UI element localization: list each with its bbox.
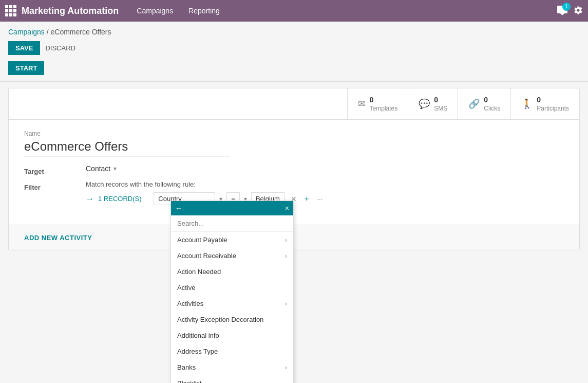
divider — [0, 81, 588, 82]
app-title: Marketing Automation — [22, 6, 119, 16]
dropdown-back-button[interactable]: ← — [175, 204, 182, 212]
nav-reporting[interactable]: Reporting — [186, 7, 222, 15]
stats-bar: ✉ 0 Templates 💬 0 SMS 🔗 0 Clicks — [9, 88, 579, 120]
templates-count: 0 — [370, 96, 398, 104]
dropdown-popup: ← × Account Payable›Account Receivable›A… — [170, 200, 294, 250]
campaign-name[interactable]: eCommerce Offers — [24, 139, 230, 156]
form-area: Name eCommerce Offers Target Contact ▾ F… — [9, 120, 579, 225]
templates-label: Templates — [370, 105, 398, 112]
breadcrumb: Campaigns / eCommerce Offers — [0, 22, 588, 39]
navbar: Marketing Automation Campaigns Reporting… — [0, 0, 588, 22]
clicks-icon: 🔗 — [468, 98, 480, 110]
filter-add-btn[interactable]: ＋ — [301, 193, 312, 205]
filter-arrow-icon: → — [86, 194, 94, 204]
dropdown-search-input[interactable] — [171, 215, 293, 232]
stat-clicks[interactable]: 🔗 0 Clicks — [458, 88, 510, 119]
chat-badge: 1 — [562, 3, 571, 11]
target-row: Target Contact ▾ — [24, 165, 564, 175]
participants-icon: 🚶 — [521, 98, 533, 110]
settings-icon[interactable] — [574, 6, 583, 16]
target-content: Contact ▾ — [86, 165, 564, 173]
templates-icon: ✉ — [358, 98, 366, 110]
start-button[interactable]: START — [8, 61, 44, 75]
main-content: ✉ 0 Templates 💬 0 SMS 🔗 0 Clicks — [0, 88, 588, 250]
sms-icon: 💬 — [419, 98, 430, 110]
dropdown-item[interactable]: Account Payable› — [171, 232, 293, 248]
name-field-label: Name — [24, 130, 564, 137]
target-label: Target — [24, 165, 86, 175]
filter-content: Match records with the following rule: →… — [86, 180, 564, 209]
start-bar: START — [0, 59, 588, 79]
navbar-right: 1 — [557, 6, 583, 16]
action-bar: SAVE DISCARD — [0, 39, 588, 59]
add-activity-button[interactable]: ADD NEW ACTIVITY — [24, 234, 92, 242]
sms-count: 0 — [434, 96, 447, 104]
navbar-menu: Campaigns Reporting — [134, 7, 222, 15]
filter-rule-text: Match records with the following rule: — [86, 180, 564, 188]
participants-count: 0 — [537, 96, 569, 104]
dropdown-item[interactable]: Account Receivable› — [171, 248, 293, 250]
dropdown-header: ← × — [171, 201, 293, 215]
stat-participants[interactable]: 🚶 0 Participants — [510, 88, 579, 119]
filter-actions: ✕ ＋ ··· — [289, 193, 325, 205]
discard-button[interactable]: DISCARD — [45, 44, 75, 52]
breadcrumb-parent[interactable]: Campaigns — [8, 28, 45, 36]
filter-label: Filter — [24, 180, 86, 191]
clicks-label: Clicks — [484, 105, 500, 112]
stat-templates[interactable]: ✉ 0 Templates — [347, 88, 408, 119]
filter-rule-row: → 1 RECORD(S) Country ▾ = ▾ Belgium ✕ ＋ … — [86, 192, 564, 205]
add-activity-area: ADD NEW ACTIVITY — [9, 225, 579, 250]
breadcrumb-separator: / — [47, 28, 49, 36]
clicks-count: 0 — [484, 96, 500, 104]
breadcrumb-current: eCommerce Offers — [51, 28, 111, 36]
chevron-right-icon: › — [285, 236, 287, 244]
target-select: Contact ▾ — [86, 165, 564, 173]
participants-label: Participants — [537, 105, 569, 112]
stat-sms[interactable]: 💬 0 SMS — [408, 88, 458, 119]
filter-more-btn[interactable]: ··· — [314, 194, 325, 204]
records-count[interactable]: 1 RECORD(S) — [98, 195, 142, 203]
sms-label: SMS — [434, 105, 447, 112]
save-button[interactable]: SAVE — [8, 41, 40, 55]
campaign-card: ✉ 0 Templates 💬 0 SMS 🔗 0 Clicks — [8, 88, 580, 250]
dropdown-close-button[interactable]: × — [285, 204, 289, 212]
chat-icon[interactable]: 1 — [557, 6, 567, 16]
target-value[interactable]: Contact — [86, 165, 110, 173]
apps-icon[interactable] — [5, 5, 16, 16]
dropdown-list: Account Payable›Account Receivable›Actio… — [171, 232, 293, 250]
target-dropdown-icon[interactable]: ▾ — [113, 165, 117, 172]
nav-campaigns[interactable]: Campaigns — [134, 7, 176, 15]
filter-row: Filter Match records with the following … — [24, 180, 564, 209]
